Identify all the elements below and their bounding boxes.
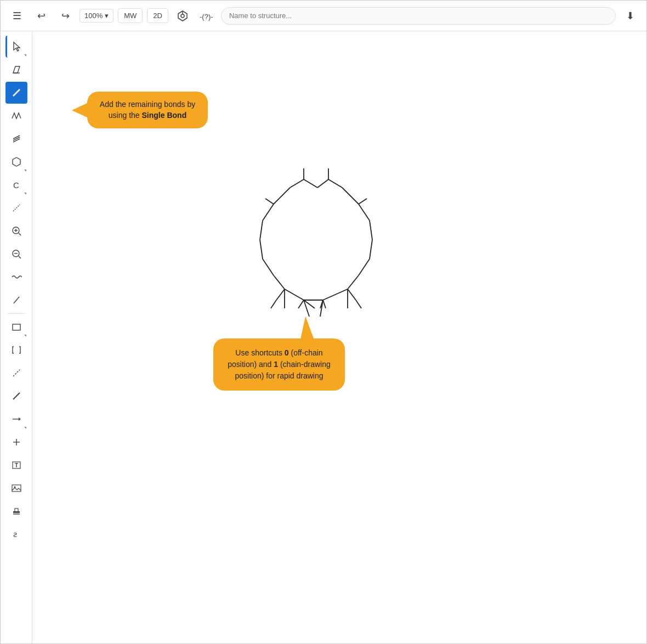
svg-line-44 bbox=[260, 240, 263, 259]
svg-line-65 bbox=[323, 300, 326, 308]
sidebar: C bbox=[1, 31, 32, 643]
molecule-container bbox=[219, 163, 416, 341]
canvas-area[interactable]: Add the remaining bonds by using the Sin… bbox=[32, 31, 646, 643]
svg-line-56 bbox=[370, 221, 372, 240]
zoom-arrow-icon: ▾ bbox=[105, 12, 109, 20]
sidebar-item-double-bond[interactable] bbox=[5, 128, 27, 150]
tooltip-shortcuts: Use shortcuts 0 (off-chain position) and… bbox=[213, 338, 345, 391]
svg-point-1 bbox=[181, 14, 184, 18]
tooltip-top-text: Add the remaining bonds by using the Sin… bbox=[100, 100, 195, 120]
svg-line-37 bbox=[290, 179, 304, 188]
zoom-level: 100% bbox=[84, 12, 103, 20]
svg-line-21 bbox=[13, 370, 20, 376]
svg-line-17 bbox=[19, 256, 21, 258]
svg-line-43 bbox=[260, 221, 263, 240]
svg-line-6 bbox=[13, 89, 20, 96]
sidebar-item-ring[interactable] bbox=[5, 151, 27, 173]
svg-marker-24 bbox=[19, 417, 21, 421]
sidebar-item-erase[interactable] bbox=[5, 59, 27, 81]
svg-line-22 bbox=[13, 393, 20, 399]
svg-line-46 bbox=[274, 275, 285, 289]
svg-rect-29 bbox=[12, 485, 21, 492]
svg-line-13 bbox=[19, 233, 21, 235]
svg-text:-(?)-: -(?)- bbox=[200, 13, 213, 21]
svg-line-57 bbox=[370, 240, 372, 259]
svg-line-59 bbox=[348, 275, 359, 289]
svg-marker-4 bbox=[14, 42, 20, 51]
svg-line-49 bbox=[271, 300, 276, 308]
menu-button[interactable]: ☰ bbox=[7, 6, 27, 26]
sidebar-item-line[interactable] bbox=[5, 385, 27, 407]
sidebar-item-atom-c[interactable]: C bbox=[5, 174, 27, 196]
sidebar-item-wavy-bond[interactable] bbox=[5, 266, 27, 288]
name-to-structure-input[interactable] bbox=[221, 7, 616, 25]
molecule-svg bbox=[219, 163, 416, 338]
svg-line-52 bbox=[298, 300, 304, 308]
sidebar-item-rectangle[interactable] bbox=[5, 316, 27, 338]
sidebar-item-sgroup[interactable]: ƨ bbox=[5, 523, 27, 545]
zoom-control[interactable]: 100% ▾ bbox=[80, 9, 113, 22]
svg-line-55 bbox=[359, 204, 370, 221]
svg-line-50 bbox=[285, 289, 304, 300]
svg-line-40 bbox=[328, 179, 342, 188]
svg-line-7 bbox=[13, 137, 20, 140]
tooltip-single-bond: Add the remaining bonds by using the Sin… bbox=[87, 92, 208, 128]
sidebar-divider-1 bbox=[8, 313, 25, 314]
svg-marker-19 bbox=[13, 297, 20, 303]
svg-text:ƨ: ƨ bbox=[13, 530, 17, 539]
svg-line-9 bbox=[13, 135, 20, 139]
svg-line-58 bbox=[359, 259, 370, 275]
view-2d-button[interactable]: 2D bbox=[147, 8, 168, 23]
redo-button[interactable]: ↪ bbox=[55, 6, 75, 26]
sidebar-item-stamp[interactable] bbox=[5, 500, 27, 522]
query-button[interactable]: -(?)- bbox=[197, 6, 217, 26]
query-icon: -(?)- bbox=[199, 9, 214, 22]
sidebar-item-select[interactable] bbox=[5, 36, 27, 58]
sidebar-item-arrow[interactable] bbox=[5, 408, 27, 430]
sidebar-item-plus[interactable] bbox=[5, 431, 27, 453]
structure-icon bbox=[176, 9, 189, 22]
sidebar-item-chain[interactable] bbox=[5, 105, 27, 127]
svg-line-69 bbox=[359, 199, 367, 204]
structure-icon-button[interactable] bbox=[173, 6, 192, 26]
app-container: ☰ ↩ ↪ 100% ▾ MW 2D -(?)- ⬇ bbox=[0, 0, 647, 644]
main-area: C bbox=[1, 31, 646, 643]
svg-text:T: T bbox=[15, 462, 18, 468]
svg-line-45 bbox=[263, 259, 274, 275]
sidebar-item-bracket[interactable] bbox=[5, 339, 27, 361]
undo-button[interactable]: ↩ bbox=[31, 6, 51, 26]
sidebar-item-single-bond[interactable] bbox=[5, 82, 27, 104]
svg-marker-10 bbox=[13, 157, 20, 166]
svg-line-11 bbox=[13, 205, 20, 211]
toolbar: ☰ ↩ ↪ 100% ▾ MW 2D -(?)- ⬇ bbox=[1, 1, 646, 31]
atom-c-label: C bbox=[13, 180, 19, 190]
svg-line-8 bbox=[13, 139, 20, 142]
svg-line-41 bbox=[274, 188, 290, 204]
svg-line-60 bbox=[348, 289, 356, 300]
svg-line-42 bbox=[263, 204, 274, 221]
svg-line-38 bbox=[304, 179, 317, 188]
tooltip-bottom-text: Use shortcuts 0 (off-chain position) and… bbox=[228, 348, 331, 380]
sidebar-item-image[interactable] bbox=[5, 477, 27, 499]
sidebar-item-text[interactable]: T bbox=[5, 454, 27, 476]
svg-line-64 bbox=[323, 289, 348, 300]
svg-line-39 bbox=[317, 179, 328, 188]
svg-rect-20 bbox=[13, 324, 20, 330]
sidebar-item-zoom-out[interactable] bbox=[5, 243, 27, 265]
sidebar-item-zoom-in[interactable] bbox=[5, 220, 27, 242]
download-button[interactable]: ⬇ bbox=[620, 6, 640, 26]
svg-line-62 bbox=[356, 300, 361, 308]
mw-button[interactable]: MW bbox=[118, 8, 143, 23]
svg-line-47 bbox=[276, 289, 285, 300]
svg-line-68 bbox=[265, 199, 274, 204]
sidebar-item-dotted-bond[interactable] bbox=[5, 197, 27, 219]
sidebar-item-dashed-line[interactable] bbox=[5, 362, 27, 384]
svg-line-54 bbox=[342, 188, 359, 204]
sidebar-item-bold-bond[interactable] bbox=[5, 289, 27, 311]
